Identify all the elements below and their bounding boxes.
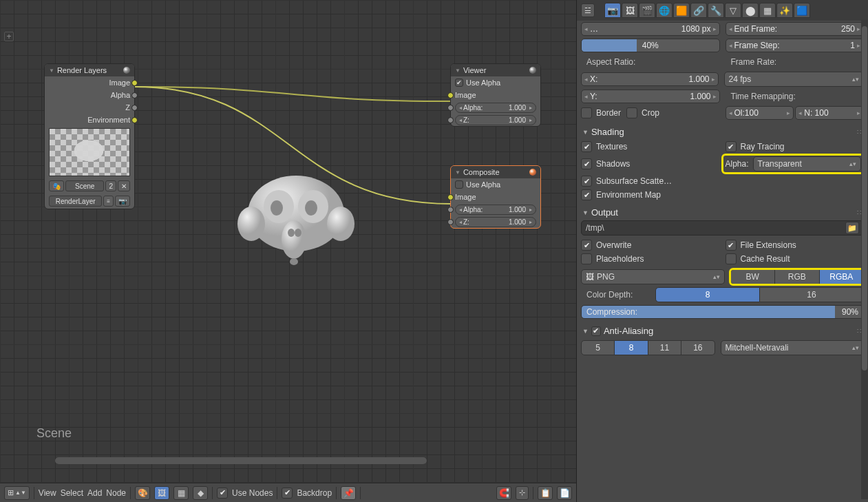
output-path-input[interactable]: /tmp\ 📁: [581, 220, 864, 236]
layer-field[interactable]: RenderLayer: [49, 196, 102, 207]
tree-type-compositor-icon[interactable]: 🖼: [154, 486, 169, 500]
menu-view[interactable]: View: [39, 488, 56, 498]
output-socket-env[interactable]: Environment: [45, 114, 134, 126]
aa-enable-checkbox[interactable]: [591, 326, 601, 336]
editor-type-dropdown[interactable]: ⊞ ▲▼: [4, 486, 30, 500]
raytracing-checkbox[interactable]: Ray Tracing: [726, 141, 785, 152]
color-mode-rgb[interactable]: RGB: [775, 269, 820, 284]
tree-type-custom-icon[interactable]: ◆: [193, 486, 208, 500]
aa-5[interactable]: 5: [581, 340, 615, 355]
snap-icon[interactable]: 🧲: [496, 486, 511, 500]
shadows-checkbox[interactable]: Shadows: [581, 158, 630, 169]
time-new[interactable]: ◂N: 100▸: [795, 106, 864, 120]
output-panel-header[interactable]: ▼Output∷: [581, 205, 864, 220]
depth-16[interactable]: 16: [760, 287, 864, 302]
scene-users[interactable]: 2: [105, 180, 116, 191]
input-socket-image[interactable]: Image: [451, 89, 540, 101]
scene-clear-icon[interactable]: ✕: [118, 180, 130, 191]
node-editor[interactable]: + ▼ Render Layers Image Alpha Z Environm…: [0, 0, 576, 502]
crop-checkbox[interactable]: Crop: [626, 107, 659, 118]
end-frame[interactable]: ◂End Frame:250▸: [726, 22, 865, 36]
color-mode-rgba[interactable]: RGBA: [820, 269, 865, 284]
object-tab-icon[interactable]: 🟧: [673, 3, 690, 18]
tree-type-shader-icon[interactable]: 🎨: [135, 486, 150, 500]
depth-8[interactable]: 8: [655, 287, 760, 302]
render-layers-node[interactable]: ▼ Render Layers Image Alpha Z Environmen…: [44, 63, 135, 209]
output-socket-image[interactable]: Image: [45, 76, 134, 89]
aa-16[interactable]: 16: [681, 340, 714, 355]
folder-browse-icon[interactable]: 📁: [845, 222, 859, 234]
file-ext-checkbox[interactable]: File Extensions: [726, 240, 796, 251]
node-preview-dot[interactable]: [529, 169, 536, 176]
node-preview-dot[interactable]: [123, 67, 130, 74]
horizontal-scrollbar[interactable]: [55, 457, 427, 464]
composite-node[interactable]: ▼ Composite Use Alpha Image ◂Alpha:1.000…: [450, 165, 541, 229]
scene-field[interactable]: Scene: [65, 180, 104, 191]
alpha-mode-dropdown[interactable]: Transparent▴▾: [753, 156, 861, 171]
pin-icon[interactable]: 📌: [341, 486, 356, 500]
use-alpha-toggle[interactable]: Use Alpha: [451, 178, 540, 191]
collapse-icon[interactable]: ▼: [49, 67, 54, 74]
placeholders-checkbox[interactable]: Placeholders: [581, 253, 644, 264]
border-checkbox[interactable]: Border: [581, 107, 621, 118]
particles-tab-icon[interactable]: ✨: [776, 3, 793, 18]
modifiers-tab-icon[interactable]: 🔧: [708, 3, 724, 18]
copy-nodes-icon[interactable]: 📋: [538, 486, 553, 500]
aspect-y[interactable]: ◂Y:1.000▸: [581, 90, 720, 103]
resolution-x[interactable]: ◂…1080 px▸: [581, 22, 720, 36]
paste-nodes-icon[interactable]: 📄: [557, 486, 572, 500]
color-mode-bw[interactable]: BW: [730, 269, 776, 284]
render-tab-icon[interactable]: 📷: [604, 3, 621, 18]
viewer-node[interactable]: ▼ Viewer ✔Use Alpha Image ◂Alpha:1.000▸ …: [450, 63, 541, 127]
resolution-percentage[interactable]: 40%: [581, 39, 720, 52]
use-nodes-checkbox[interactable]: Use Nodes: [217, 488, 273, 499]
input-socket-alpha[interactable]: ◂Alpha:1.000▸: [451, 101, 540, 114]
editor-type-dropdown[interactable]: ☱: [581, 3, 595, 17]
render-layers-tab-icon[interactable]: 🖼: [622, 3, 638, 18]
fps-dropdown[interactable]: 24 fps▴▾: [724, 72, 865, 87]
menu-node[interactable]: Node: [106, 488, 126, 498]
node-preview-dot[interactable]: [529, 67, 536, 74]
menu-select[interactable]: Select: [61, 488, 83, 498]
output-socket-z[interactable]: Z: [45, 101, 134, 114]
output-socket-alpha[interactable]: Alpha: [45, 89, 134, 101]
properties-body[interactable]: ◂…1080 px▸ ◂End Frame:250▸ 40% ◂Frame St…: [577, 21, 868, 357]
input-socket-image[interactable]: Image: [451, 191, 540, 203]
aa-panel-header[interactable]: ▼Anti-Aliasing∷: [581, 323, 864, 339]
node-header[interactable]: ▼ Composite: [451, 166, 540, 178]
scene-tab-icon[interactable]: 🎬: [639, 3, 655, 18]
aa-8[interactable]: 8: [615, 340, 648, 355]
envmap-checkbox[interactable]: Environment Map: [581, 189, 661, 200]
backdrop-checkbox[interactable]: Backdrop: [282, 488, 332, 499]
vertical-scrollbar[interactable]: [861, 19, 868, 499]
aa-filter-dropdown[interactable]: Mitchell-Netravali▴▾: [721, 340, 865, 355]
sss-checkbox[interactable]: Subsurface Scatte…: [581, 176, 672, 187]
texture-tab-icon[interactable]: ▦: [759, 3, 776, 18]
node-header[interactable]: ▼ Render Layers: [45, 64, 134, 76]
properties-panel[interactable]: ☱ 📷 🖼 🎬 🌐 🟧 🔗 🔧 ▽ ⬤ ▦ ✨ 🟦 ◂…1080 px▸ ◂En…: [576, 0, 868, 502]
menu-add[interactable]: Add: [87, 488, 102, 498]
expand-panel-handle[interactable]: +: [4, 32, 14, 41]
collapse-icon[interactable]: ▼: [455, 169, 461, 176]
cache-result-checkbox[interactable]: Cache Result: [726, 253, 790, 264]
data-tab-icon[interactable]: ▽: [725, 3, 741, 18]
shading-panel-header[interactable]: ▼Shading∷: [581, 124, 864, 140]
node-header[interactable]: ▼ Viewer: [451, 64, 540, 76]
snap-mode-dropdown[interactable]: ⊹: [516, 486, 529, 500]
compression-slider[interactable]: Compression:90%: [581, 305, 864, 319]
textures-checkbox[interactable]: Textures: [581, 141, 627, 152]
layer-updown-icon[interactable]: ≡: [103, 196, 114, 207]
collapse-icon[interactable]: ▼: [455, 67, 461, 74]
aa-11[interactable]: 11: [648, 340, 681, 355]
time-old[interactable]: ◂Ol:100▸: [726, 106, 794, 120]
physics-tab-icon[interactable]: 🟦: [794, 3, 810, 18]
file-format-dropdown[interactable]: 🖼PNG▴▾: [581, 269, 725, 284]
frame-step[interactable]: ◂Frame Step:1▸: [726, 39, 865, 52]
world-tab-icon[interactable]: 🌐: [656, 3, 673, 18]
material-tab-icon[interactable]: ⬤: [742, 3, 759, 18]
render-layer-icon[interactable]: 📷: [115, 196, 130, 207]
input-socket-alpha[interactable]: ◂Alpha:1.000▸: [451, 203, 540, 216]
scene-browse-icon[interactable]: 🎭: [49, 180, 64, 191]
input-socket-z[interactable]: ◂Z:1.000▸: [451, 114, 540, 126]
aspect-x[interactable]: ◂X:1.000▸: [581, 72, 719, 86]
